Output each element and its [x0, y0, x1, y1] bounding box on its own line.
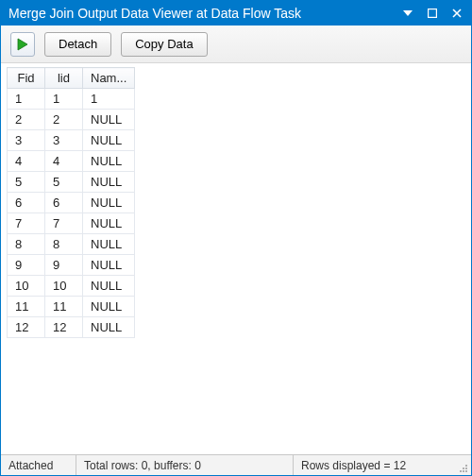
data-viewer-window: Merge Join Output Data Viewer at Data Fl… — [0, 0, 472, 476]
svg-point-9 — [463, 468, 464, 469]
table-cell[interactable]: 5 — [8, 172, 45, 193]
svg-marker-0 — [403, 10, 413, 16]
table-cell[interactable]: NULL — [83, 276, 135, 297]
table-cell[interactable]: NULL — [83, 130, 135, 151]
svg-point-5 — [465, 470, 467, 472]
table-cell[interactable]: 3 — [45, 130, 83, 151]
table-cell[interactable]: 5 — [45, 172, 83, 193]
play-button[interactable] — [10, 32, 35, 57]
table-row[interactable]: 88NULL — [8, 234, 135, 255]
table-cell[interactable]: 11 — [45, 297, 83, 317]
table-cell[interactable]: 7 — [8, 213, 45, 234]
chevron-down-icon[interactable] — [399, 6, 416, 21]
table-cell[interactable]: NULL — [83, 110, 135, 130]
table-cell[interactable]: 9 — [45, 255, 83, 276]
svg-point-10 — [465, 465, 467, 467]
svg-point-7 — [465, 468, 467, 469]
table-cell[interactable]: 8 — [45, 234, 83, 255]
table-cell[interactable]: 1 — [8, 89, 45, 110]
table-cell[interactable]: NULL — [83, 172, 135, 193]
table-cell[interactable]: 4 — [8, 151, 45, 172]
grid-area[interactable]: Fid lid Nam... 11122NULL33NULL44NULL55NU… — [1, 63, 471, 454]
detach-button[interactable]: Detach — [44, 32, 111, 57]
table-cell[interactable]: NULL — [83, 213, 135, 234]
maximize-icon[interactable] — [424, 6, 441, 21]
window-title: Merge Join Output Data Viewer at Data Fl… — [8, 6, 301, 21]
table-cell[interactable]: 8 — [8, 234, 45, 255]
table-row[interactable]: 1212NULL — [8, 317, 135, 338]
status-attached: Attached — [1, 455, 76, 475]
svg-point-8 — [460, 470, 462, 472]
column-header[interactable]: lid — [45, 68, 83, 89]
table-row[interactable]: 22NULL — [8, 110, 135, 130]
table-cell[interactable]: 12 — [8, 317, 45, 338]
svg-rect-1 — [429, 9, 437, 18]
table-row[interactable]: 111 — [8, 89, 135, 110]
table-cell[interactable]: 6 — [45, 193, 83, 213]
statusbar: Attached Total rows: 0, buffers: 0 Rows … — [1, 454, 471, 475]
table-cell[interactable]: NULL — [83, 255, 135, 276]
table-cell[interactable]: 1 — [45, 89, 83, 110]
table-row[interactable]: 44NULL — [8, 151, 135, 172]
copy-data-button[interactable]: Copy Data — [121, 32, 207, 57]
table-cell[interactable]: 10 — [45, 276, 83, 297]
table-cell[interactable]: 3 — [8, 130, 45, 151]
svg-marker-4 — [18, 39, 27, 50]
table-cell[interactable]: 7 — [45, 213, 83, 234]
table-row[interactable]: 77NULL — [8, 213, 135, 234]
table-cell[interactable]: NULL — [83, 193, 135, 213]
table-cell[interactable]: 2 — [8, 110, 45, 130]
table-cell[interactable]: 6 — [8, 193, 45, 213]
table-row[interactable]: 1111NULL — [8, 297, 135, 317]
titlebar[interactable]: Merge Join Output Data Viewer at Data Fl… — [1, 1, 471, 26]
table-row[interactable]: 1010NULL — [8, 276, 135, 297]
table-cell[interactable]: 9 — [8, 255, 45, 276]
column-header[interactable]: Fid — [8, 68, 45, 89]
status-rows-displayed: Rows displayed = 12 — [294, 455, 454, 475]
table-row[interactable]: 33NULL — [8, 130, 135, 151]
window-controls — [399, 6, 465, 21]
table-cell[interactable]: NULL — [83, 297, 135, 317]
table-cell[interactable]: NULL — [83, 317, 135, 338]
grid-header-row: Fid lid Nam... — [8, 68, 135, 89]
table-cell[interactable]: 1 — [83, 89, 135, 110]
svg-point-6 — [463, 470, 464, 472]
status-totals: Total rows: 0, buffers: 0 — [76, 455, 294, 475]
close-icon[interactable] — [448, 6, 465, 21]
table-cell[interactable]: NULL — [83, 151, 135, 172]
table-cell[interactable]: 11 — [8, 297, 45, 317]
data-grid[interactable]: Fid lid Nam... 11122NULL33NULL44NULL55NU… — [7, 67, 135, 338]
table-row[interactable]: 55NULL — [8, 172, 135, 193]
toolbar: Detach Copy Data — [1, 26, 471, 63]
table-cell[interactable]: NULL — [83, 234, 135, 255]
column-header[interactable]: Nam... — [83, 68, 135, 89]
table-cell[interactable]: 12 — [45, 317, 83, 338]
table-cell[interactable]: 2 — [45, 110, 83, 130]
table-cell[interactable]: 4 — [45, 151, 83, 172]
table-cell[interactable]: 10 — [8, 276, 45, 297]
table-row[interactable]: 99NULL — [8, 255, 135, 276]
resize-grip-icon[interactable] — [454, 455, 471, 475]
table-row[interactable]: 66NULL — [8, 193, 135, 213]
